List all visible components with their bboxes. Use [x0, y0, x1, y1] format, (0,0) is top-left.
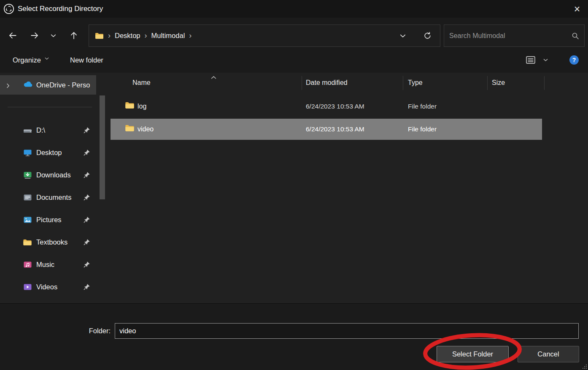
breadcrumb-separator: ›: [189, 31, 192, 40]
folder-icon: [125, 101, 135, 111]
documents-icon: [23, 193, 33, 202]
music-icon: [23, 261, 33, 269]
sidebar-item-label: Music: [36, 261, 54, 269]
pin-icon[interactable]: [83, 261, 90, 268]
dialog-body: OneDrive - Perso D:\ De: [0, 73, 588, 303]
pin-icon[interactable]: [83, 194, 90, 201]
file-name: log: [138, 96, 146, 117]
address-bar[interactable]: › Desktop › Multimodal ›: [89, 24, 440, 47]
navigation-pane: OneDrive - Perso D:\ De: [0, 73, 110, 303]
titlebar: Select Recording Directory ×: [0, 0, 588, 18]
file-row-log[interactable]: log 6/24/2023 10:53 AM File folder: [111, 96, 542, 117]
sidebar-item-desktop[interactable]: Desktop: [0, 141, 100, 164]
refresh-button[interactable]: [423, 32, 432, 40]
up-button[interactable]: [65, 27, 83, 44]
dialog-footer: Folder: Select Folder Cancel: [0, 303, 588, 370]
pin-icon[interactable]: [83, 127, 90, 134]
sidebar-item-downloads[interactable]: Downloads: [0, 164, 100, 186]
drive-icon: [23, 126, 33, 135]
help-button[interactable]: ?: [569, 55, 579, 65]
pin-icon[interactable]: [83, 283, 90, 291]
breadcrumb-separator: ›: [108, 31, 111, 40]
column-divider[interactable]: [403, 76, 403, 90]
breadcrumb-desktop[interactable]: Desktop: [115, 32, 140, 40]
file-type: File folder: [408, 96, 437, 117]
sidebar-item-d-drive[interactable]: D:\: [0, 119, 100, 141]
pin-icon[interactable]: [83, 216, 90, 223]
sidebar-divider: [8, 107, 92, 107]
details-view-icon: [526, 55, 536, 65]
forward-arrow-icon: [30, 31, 39, 40]
resize-grip[interactable]: [582, 364, 588, 370]
folder-name-input[interactable]: [115, 323, 579, 339]
recent-locations-button[interactable]: [46, 27, 61, 44]
search-box: [444, 24, 585, 47]
sidebar-item-label: Desktop: [36, 149, 62, 157]
search-input[interactable]: [449, 32, 572, 40]
column-header-date-modified[interactable]: Date modified: [306, 73, 348, 93]
sidebar-item-pictures[interactable]: Pictures: [0, 209, 100, 231]
view-mode-button[interactable]: [523, 47, 538, 73]
sidebar-scrollbar-thumb[interactable]: [100, 95, 105, 199]
column-divider[interactable]: [544, 76, 545, 90]
file-dialog-window: Select Recording Directory × › Desktop: [0, 0, 588, 370]
downloads-icon: [23, 171, 33, 180]
folder-icon: [125, 124, 135, 133]
column-divider[interactable]: [302, 76, 302, 90]
view-mode-dropdown[interactable]: [542, 47, 550, 73]
select-folder-button[interactable]: Select Folder: [437, 346, 509, 362]
close-button[interactable]: ×: [568, 0, 586, 18]
sidebar-item-label: D:\: [36, 126, 45, 134]
back-arrow-icon: [8, 31, 17, 40]
file-type: File folder: [408, 119, 437, 140]
forward-button[interactable]: [26, 27, 43, 44]
sidebar-item-label: Downloads: [36, 171, 71, 179]
address-dropdown-button[interactable]: [400, 34, 406, 38]
sidebar-item-label: Videos: [36, 283, 57, 291]
organize-label: Organize: [13, 56, 41, 64]
new-folder-button[interactable]: New folder: [66, 47, 108, 73]
pictures-icon: [23, 216, 33, 224]
sidebar-item-onedrive[interactable]: OneDrive - Perso: [0, 75, 96, 95]
dialog-chrome: › Desktop › Multimodal ›: [0, 18, 588, 73]
expander-chevron-icon[interactable]: [6, 82, 10, 90]
file-date-modified: 6/24/2023 10:53 AM: [306, 96, 364, 117]
pin-icon[interactable]: [83, 239, 90, 246]
refresh-icon: [423, 32, 432, 40]
folder-icon: [95, 32, 104, 39]
column-header-size[interactable]: Size: [492, 73, 505, 93]
obs-logo-icon: [3, 3, 14, 14]
folder-icon: [23, 238, 33, 247]
sidebar-item-documents[interactable]: Documents: [0, 186, 100, 209]
column-divider[interactable]: [487, 76, 488, 90]
organize-button[interactable]: Organize: [8, 47, 53, 73]
onedrive-cloud-icon: [23, 81, 33, 90]
search-icon: [572, 32, 579, 40]
desktop-icon: [23, 149, 33, 157]
sidebar-item-label: Textbooks: [36, 238, 67, 246]
file-date-modified: 6/24/2023 10:53 AM: [306, 119, 364, 140]
sidebar-item-textbooks[interactable]: Textbooks: [0, 231, 100, 253]
chevron-down-icon: [543, 58, 548, 62]
up-arrow-icon: [69, 31, 78, 40]
file-row-video[interactable]: video 6/24/2023 10:53 AM File folder: [111, 119, 542, 140]
column-header-type[interactable]: Type: [408, 73, 423, 93]
breadcrumb-multimodal[interactable]: Multimodal: [151, 32, 185, 40]
sidebar-item-label: Documents: [36, 193, 71, 201]
sidebar-pinned-list: D:\ Desktop: [0, 119, 100, 298]
back-button[interactable]: [4, 27, 21, 44]
breadcrumb-separator: ›: [145, 31, 147, 40]
videos-icon: [23, 283, 33, 291]
pin-icon[interactable]: [83, 149, 90, 156]
pin-icon[interactable]: [83, 171, 90, 179]
chevron-down-icon: [45, 57, 49, 60]
sidebar-item-label: Pictures: [36, 216, 62, 224]
cancel-button[interactable]: Cancel: [518, 346, 579, 362]
window-title: Select Recording Directory: [18, 0, 103, 18]
column-header-name[interactable]: Name: [132, 73, 151, 93]
file-list: Name Date modified Type Size log 6/24/20…: [110, 73, 588, 303]
sidebar-item-music[interactable]: Music: [0, 253, 100, 276]
sidebar-item-videos[interactable]: Videos: [0, 276, 100, 298]
sidebar-item-label: OneDrive - Perso: [36, 75, 90, 95]
folder-field-label: Folder:: [63, 323, 111, 339]
